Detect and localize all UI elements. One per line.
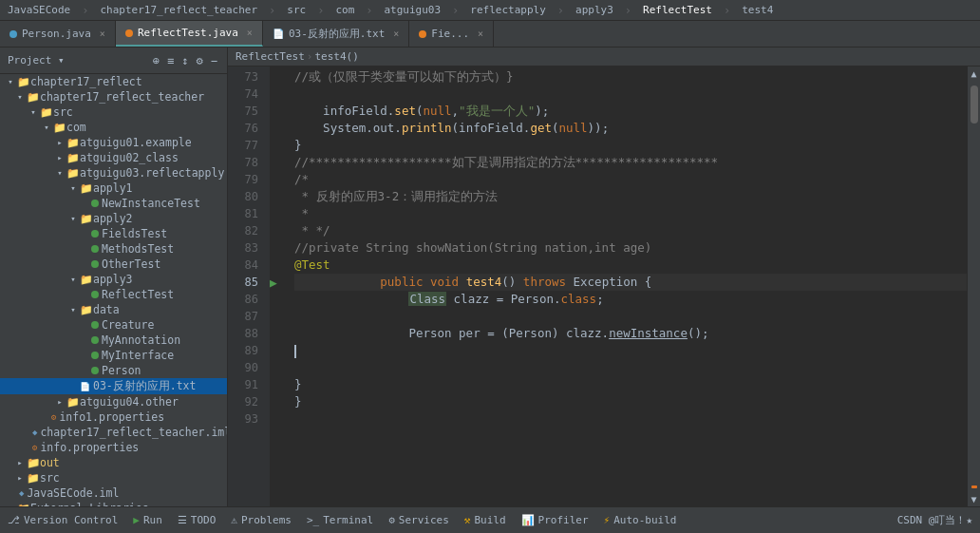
tree-item-atguigu03[interactable]: ▾ 📁 atguigu03.reflectapply xyxy=(0,165,227,181)
tree-item-atguigu04[interactable]: ▸ 📁 atguigu04.other xyxy=(0,394,227,409)
bottom-services[interactable]: ⚙ Services xyxy=(388,514,449,526)
tree-item-myinterface[interactable]: MyInterface xyxy=(0,348,227,363)
services-label: Services xyxy=(399,514,449,526)
arrow-out: ▸ xyxy=(13,458,27,467)
tree-item-person-file[interactable]: Person xyxy=(0,363,227,378)
bottom-todo[interactable]: ☰ TODO xyxy=(178,514,217,526)
bottom-terminal[interactable]: >_ Terminal xyxy=(307,514,373,526)
gutter-75 xyxy=(270,103,287,120)
nav-item-reflecttest[interactable]: ReflectTest xyxy=(643,4,712,16)
code-line-92: } xyxy=(294,393,967,410)
code-line-90 xyxy=(294,359,967,376)
gutter-93 xyxy=(270,410,287,428)
tree-item-iml[interactable]: ◆ chapter17_reflect_teacher.iml xyxy=(0,425,227,440)
gutter-86 xyxy=(270,291,287,308)
code-73-content: //或（仅限于类变量可以如下的方式）} xyxy=(294,68,514,86)
label-reflecttest-file: ReflectTest xyxy=(102,288,174,301)
label-newinstance: NewInstanceTest xyxy=(102,197,200,210)
run-test4-icon[interactable]: ▶ xyxy=(270,276,277,290)
tree-item-atguigu02[interactable]: ▸ 📁 atguigu02_class xyxy=(0,150,227,165)
tab-bar: Person.java × ReflectTest.java × 📄 03-反射… xyxy=(0,21,980,48)
tree-item-com[interactable]: ▾ 📁 com xyxy=(0,120,227,135)
folder-icon-atguigu02: 📁 xyxy=(66,151,80,164)
tree-item-newinstance[interactable]: NewInstanceTest xyxy=(0,196,227,211)
label-person-file: Person xyxy=(102,364,141,377)
line-num-85: 85 xyxy=(228,274,264,291)
tab-txt[interactable]: 📄 03-反射的应用.txt × xyxy=(263,21,409,47)
tree-item-atguigu01[interactable]: ▸ 📁 atguigu01.example xyxy=(0,135,227,150)
tree-item-src[interactable]: ▾ 📁 src xyxy=(0,105,227,120)
code-line-79: /* xyxy=(294,171,967,188)
gutter-80 xyxy=(270,188,287,205)
tab-close-fie[interactable]: × xyxy=(478,29,483,39)
tab-close-reflecttest[interactable]: × xyxy=(247,28,253,38)
tree-item-infoprop2[interactable]: ⚙ info.properties xyxy=(0,440,227,455)
tree-item-apply3[interactable]: ▾ 📁 apply3 xyxy=(0,272,227,287)
bottom-problems[interactable]: ⚠ Problems xyxy=(231,514,292,526)
nav-item-apply3[interactable]: apply3 xyxy=(575,4,613,16)
line-numbers: 73 74 75 76 77 78 79 80 81 82 83 84 85 8… xyxy=(228,67,270,506)
code-88-content: Person per = (Person) clazz.newInstance(… xyxy=(294,308,709,359)
scroll-up-arrow[interactable]: ▲ xyxy=(971,68,976,79)
right-scrollbar[interactable]: ▲ ▼ xyxy=(967,67,980,506)
gutter-85[interactable]: ▶ xyxy=(270,274,287,291)
tree-item-src2[interactable]: ▸ 📁 src xyxy=(0,470,227,485)
tree-item-apply2[interactable]: ▾ 📁 apply2 xyxy=(0,211,227,226)
scrollbar-thumb[interactable] xyxy=(971,86,978,124)
nav-item-javascode[interactable]: JavaSECode xyxy=(8,4,70,16)
code-area[interactable]: //或（仅限于类变量可以如下的方式）} infoField.set(null,"… xyxy=(287,67,967,506)
tree-item-reflecttest-file[interactable]: ReflectTest xyxy=(0,287,227,302)
line-num-93: 93 xyxy=(228,410,264,428)
gutter-89 xyxy=(270,342,287,359)
tree-item-fieldstest[interactable]: FieldsTest xyxy=(0,226,227,241)
bottom-profiler[interactable]: 📊 Profiler xyxy=(521,514,589,526)
tab-person[interactable]: Person.java × xyxy=(0,21,116,47)
tab-fie[interactable]: Fie... × xyxy=(409,21,494,47)
tree-item-methodstest[interactable]: MethodsTest xyxy=(0,241,227,257)
nav-item-src[interactable]: src xyxy=(287,4,306,16)
scroll-down-arrow[interactable]: ▼ xyxy=(971,494,976,504)
bottom-autobuild[interactable]: ⚡ Auto-build xyxy=(604,514,677,526)
java-icon xyxy=(9,30,17,38)
sidebar-icon-3[interactable]: ↕ xyxy=(181,54,188,67)
nav-item-reflectapply[interactable]: reflectapply xyxy=(470,4,545,16)
tab-close-txt[interactable]: × xyxy=(393,29,399,39)
folder-icon-src: 📁 xyxy=(40,105,53,119)
nav-item-test4[interactable]: test4 xyxy=(742,4,773,16)
tree-item-txt03[interactable]: 📄 03-反射的应用.txt xyxy=(0,378,227,394)
tab-close-person[interactable]: × xyxy=(100,29,105,39)
nav-item-atguigu03[interactable]: atguigu03 xyxy=(385,4,442,16)
tree-item-chapter17[interactable]: ▾ 📁 chapter17_reflect xyxy=(0,74,227,89)
txt-file-icon: 📄 xyxy=(80,382,90,391)
line-num-79: 79 xyxy=(228,171,264,188)
sidebar-icon-2[interactable]: ≡ xyxy=(167,54,174,67)
tree-item-myannotation[interactable]: MyAnnotation xyxy=(0,333,227,348)
tree-item-out[interactable]: ▸ 📁 out xyxy=(0,455,227,470)
code-91-content: } xyxy=(294,376,302,393)
nav-item-chapter17[interactable]: chapter17_reflect_teacher xyxy=(100,4,257,16)
sidebar-icon-4[interactable]: ⚙ xyxy=(197,54,203,67)
txt-icon: 📄 xyxy=(273,29,284,39)
tree-item-infoprop[interactable]: ⚙ info1.properties xyxy=(0,409,227,425)
bottom-vc[interactable]: ⎇ Version Control xyxy=(8,514,118,526)
line-num-89: 89 xyxy=(228,342,264,359)
code-76-content: System.out.println(infoField.get(null)); xyxy=(294,120,609,137)
folder-icon-atguigu01: 📁 xyxy=(66,136,80,149)
tab-reflecttest[interactable]: ReflectTest.java × xyxy=(116,21,263,47)
sidebar-icon-1[interactable]: ⊕ xyxy=(153,54,160,67)
profiler-label: Profiler xyxy=(538,514,589,526)
tree-item-apply1[interactable]: ▾ 📁 apply1 xyxy=(0,181,227,196)
line-num-86: 86 xyxy=(228,291,264,308)
bottom-run[interactable]: ▶ Run xyxy=(133,514,162,526)
tree-item-iml2[interactable]: ◆ JavaSECode.iml xyxy=(0,485,227,501)
tree-item-othertest[interactable]: OtherTest xyxy=(0,257,227,272)
gutter-90 xyxy=(270,359,287,376)
tree-item-creature[interactable]: Creature xyxy=(0,317,227,333)
tree-item-data[interactable]: ▾ 📁 data xyxy=(0,302,227,317)
nav-item-com[interactable]: com xyxy=(335,4,354,16)
terminal-label: Terminal xyxy=(323,514,373,526)
label-chapter17: chapter17_reflect xyxy=(30,75,142,88)
sidebar-icon-minus[interactable]: − xyxy=(211,54,217,67)
tree-item-chapter17t[interactable]: ▾ 📁 chapter17_reflect_teacher xyxy=(0,89,227,105)
bottom-build[interactable]: ⚒ Build xyxy=(464,514,506,526)
